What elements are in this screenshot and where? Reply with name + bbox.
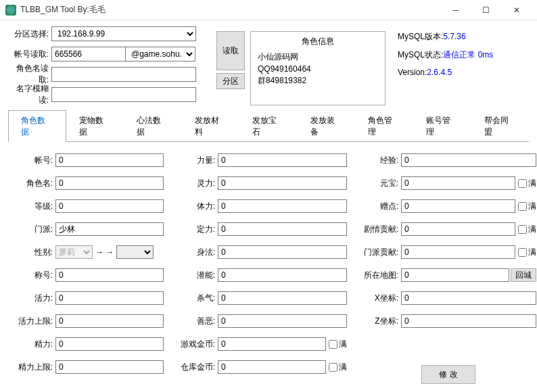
region-select[interactable]: 192.168.9.99 (51, 26, 196, 41)
lbl-str: 力量: (177, 155, 215, 166)
account-input[interactable] (51, 47, 126, 62)
field-exp[interactable] (401, 153, 536, 167)
app-icon (5, 5, 16, 16)
field-vigor-max[interactable] (55, 314, 164, 328)
chk-yuanbao-full[interactable] (518, 179, 527, 188)
field-str[interactable] (218, 153, 347, 167)
chk-bank-full[interactable] (329, 363, 337, 372)
field-vigor[interactable] (55, 291, 164, 305)
mysql-state-label: MySQL状态: (398, 50, 443, 59)
lbl-title: 称号: (15, 270, 53, 281)
info-line: QQ949160464 (255, 64, 381, 74)
mysql-ver-label: MySQL版本: (398, 32, 443, 41)
modify-button[interactable]: 修 改 (421, 365, 475, 384)
info-line: 群849819382 (255, 75, 381, 87)
role-info-box: 角色信息 小仙源码网 QQ949160464 群849819382 (250, 31, 386, 105)
window-title: TLBB_GM Tool By:毛毛 (20, 4, 440, 16)
field-spirit[interactable] (218, 176, 347, 190)
tab-xinfa[interactable]: 心法数据 (124, 110, 182, 142)
tab-role-mgmt[interactable]: 角色管理 (355, 110, 413, 142)
version: 2.6.4.5 (427, 68, 452, 77)
field-x[interactable] (401, 291, 536, 305)
version-label: Version: (398, 68, 427, 77)
tab-role-data[interactable]: 角色数据 (8, 110, 66, 142)
minimize-button[interactable]: ─ (440, 0, 471, 20)
lbl-vigor: 活力: (15, 293, 53, 304)
field-sex[interactable]: 萝莉 (55, 245, 93, 259)
info-line: 小仙源码网 (255, 51, 381, 63)
field-drama[interactable] (401, 222, 515, 236)
chk-gift-full[interactable] (518, 202, 527, 211)
fuzzy-input[interactable] (51, 87, 196, 102)
lbl-gift: 赠点: (360, 201, 398, 212)
lbl-spirit: 灵力: (177, 178, 215, 189)
lbl-faction: 门派: (15, 224, 53, 235)
region-label: 分区选择: (8, 28, 49, 40)
lbl-level: 等级: (15, 201, 53, 212)
partition-button[interactable]: 分区 (216, 73, 245, 89)
field-good[interactable] (218, 314, 347, 328)
field-sha[interactable] (218, 291, 347, 305)
account-domain-select[interactable]: @game.sohu.com (125, 47, 195, 62)
field-energy[interactable] (55, 337, 164, 351)
rolename-label: 角色名读取: (8, 63, 49, 86)
lbl-map: 所在地图: (360, 270, 398, 281)
mysql-state: 通信正常 0ms (443, 50, 493, 59)
field-map[interactable] (401, 268, 509, 282)
tab-equip[interactable]: 发放装备 (298, 110, 356, 142)
chk-faction-full[interactable] (518, 248, 527, 257)
lbl-rolename: 角色名: (15, 178, 53, 189)
lbl-vigor-max: 活力上限: (15, 316, 53, 327)
lbl-drama: 剧情贡献: (360, 224, 398, 235)
tab-guild[interactable]: 帮会同盟 (471, 110, 530, 142)
info-header: 角色信息 (255, 36, 381, 47)
lbl-agi: 身法: (177, 247, 215, 258)
field-rolename[interactable] (55, 176, 164, 190)
lbl-calm: 定力: (177, 224, 215, 235)
field-gift[interactable] (401, 199, 515, 213)
mysql-ver: 5.7.36 (443, 32, 465, 41)
chk-drama-full[interactable] (518, 225, 527, 234)
field-yuanbao[interactable] (401, 176, 515, 190)
tab-material[interactable]: 发放材料 (182, 110, 240, 142)
lbl-gold: 游戏金币: (177, 339, 215, 350)
disclaimer: 申明:禁止使用本软件进行商业行为,由此引起违法国家规定的法律规定责任,均与本软件… (8, 388, 529, 392)
field-con[interactable] (218, 199, 347, 213)
lbl-energy-max: 精力上限: (15, 362, 53, 373)
field-potential[interactable] (218, 268, 347, 282)
fuzzy-label: 名字模糊读: (8, 83, 49, 106)
lbl-good: 善恶: (177, 316, 215, 327)
tab-bar: 角色数据 宠物数据 心法数据 发放材料 发放宝石 发放装备 角色管理 账号管理 … (8, 109, 529, 142)
lbl-account: 帐号: (15, 155, 53, 166)
lbl-sex: 性别: (15, 247, 53, 258)
lbl-faction-contrib: 门派贡献: (360, 247, 398, 258)
lbl-exp: 经验: (360, 155, 398, 166)
tab-acct-mgmt[interactable]: 账号管理 (413, 110, 471, 142)
maximize-button[interactable]: ☐ (471, 0, 501, 20)
rolename-input[interactable] (51, 67, 196, 82)
account-label: 帐号读取: (8, 49, 49, 60)
tab-gem[interactable]: 发放宝石 (239, 110, 298, 142)
field-agi[interactable] (218, 245, 347, 259)
back-city-button[interactable]: 回城 (511, 268, 536, 282)
title-bar: TLBB_GM Tool By:毛毛 ─ ☐ ✕ (0, 0, 537, 20)
arrow-icon: → → (95, 247, 114, 257)
lbl-x: X坐标: (360, 293, 398, 304)
field-z[interactable] (401, 314, 536, 328)
field-calm[interactable] (218, 222, 347, 236)
field-energy-max[interactable] (55, 360, 164, 374)
read-button[interactable]: 读取 (216, 31, 245, 70)
field-faction[interactable] (55, 222, 164, 236)
field-sex-to[interactable] (116, 245, 154, 259)
field-gold[interactable] (218, 337, 326, 351)
close-button[interactable]: ✕ (501, 0, 532, 20)
field-bank[interactable] (218, 360, 326, 374)
field-faction-contrib[interactable] (401, 245, 515, 259)
tab-pet-data[interactable]: 宠物数据 (66, 110, 124, 142)
lbl-potential: 潜能: (177, 270, 215, 281)
chk-gold-full[interactable] (329, 340, 337, 349)
field-level[interactable] (55, 199, 164, 213)
field-account[interactable] (55, 153, 164, 167)
status-box: MySQL版本:5.7.36 MySQL状态:通信正常 0ms Version:… (398, 31, 493, 107)
field-title[interactable] (55, 268, 164, 282)
